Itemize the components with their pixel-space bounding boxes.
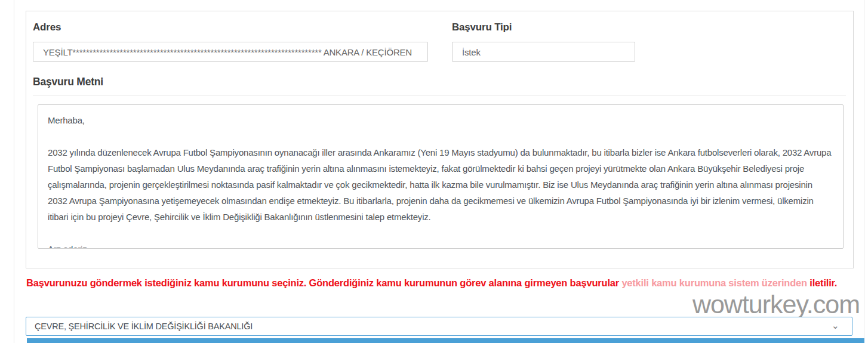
application-type-input[interactable] xyxy=(452,42,635,62)
watermark: wowturkey.com xyxy=(645,290,860,319)
address-label: Adres xyxy=(33,21,61,33)
notice-secondary-text: yetkili kamu kurumuna sistem üzerinden xyxy=(621,277,809,288)
section-divider xyxy=(33,95,846,96)
application-text-area[interactable]: Merhaba, 2032 yılında düzenlenecek Avrup… xyxy=(38,104,844,249)
bottom-blue-bar xyxy=(27,338,864,343)
application-form-page: Adres Başvuru Tipi Başvuru Metni Merhaba… xyxy=(0,0,868,343)
application-text-label: Başvuru Metni xyxy=(33,76,103,88)
address-input[interactable] xyxy=(33,42,428,62)
ministry-select[interactable]: ÇEVRE, ŞEHİRCİLİK VE İKLİM DEĞİŞİKLİĞİ B… xyxy=(26,317,852,336)
ministry-selection-notice: Başvurunuzu göndermek istediğiniz kamu k… xyxy=(26,275,842,291)
notice-trailing-text: iletilir. xyxy=(809,277,837,288)
notice-main-text: Başvurunuzu göndermek istediğiniz kamu k… xyxy=(26,277,621,288)
application-type-label: Başvuru Tipi xyxy=(452,21,512,33)
